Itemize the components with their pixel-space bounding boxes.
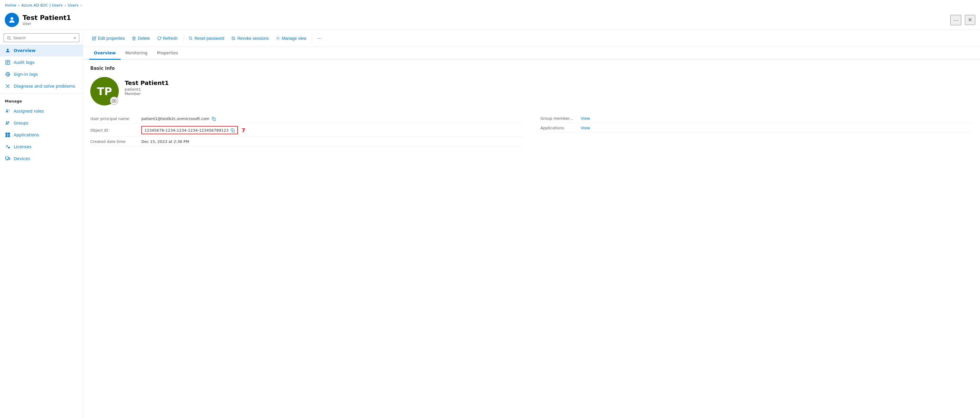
header-more-button[interactable]: ··· — [950, 15, 961, 25]
right-group-label: Group member... — [541, 116, 576, 121]
field-object-id-value: 12345678-1234-1234-1234-123456789123 7 — [142, 126, 245, 134]
signin-icon — [5, 71, 11, 77]
field-created-label: Created date time — [90, 139, 138, 144]
revoke-sessions-button[interactable]: Revoke sessions — [228, 34, 272, 43]
svg-rect-34 — [232, 130, 235, 132]
manage-view-button[interactable]: Manage view — [273, 34, 309, 43]
groups-icon — [5, 120, 11, 126]
svg-rect-33 — [213, 118, 216, 121]
search-input[interactable] — [13, 36, 71, 40]
user-profile-row: TP Test Patient1 patient1 Member — [90, 77, 973, 105]
manage-section-label: Manage — [0, 95, 83, 105]
reset-password-button[interactable]: Reset password — [186, 34, 227, 43]
sidebar-item-applications[interactable]: Applications — [0, 129, 83, 141]
page-header: Test Patient1 User ··· ✕ — [0, 10, 980, 30]
user-info: Test Patient1 patient1 Member — [125, 77, 169, 96]
sidebar-divider — [0, 93, 83, 94]
field-group-member: Group member... View — [541, 114, 973, 123]
refresh-icon — [157, 36, 161, 40]
edit-icon — [92, 36, 96, 40]
toolbar-more-button[interactable]: ··· — [315, 33, 325, 43]
svg-point-27 — [189, 37, 191, 39]
diagnose-icon — [5, 83, 11, 89]
svg-rect-15 — [6, 133, 8, 135]
sidebar-item-licenses[interactable]: Licenses — [0, 141, 83, 153]
sidebar-item-overview[interactable]: Overview — [0, 45, 83, 56]
svg-line-30 — [232, 37, 235, 39]
user-avatar: TP — [90, 77, 119, 105]
field-upn-value: patient1@testb2c.onmicrosoft.com — [142, 116, 216, 121]
overview-panel: Basic info TP Test Patient1 pat — [83, 60, 980, 152]
svg-point-13 — [6, 121, 8, 123]
sidebar-item-licenses-label: Licenses — [14, 144, 32, 149]
devices-icon — [5, 156, 11, 162]
svg-point-11 — [6, 109, 8, 111]
content-area: « Overview — [0, 30, 980, 418]
collapse-button[interactable]: « — [73, 35, 76, 40]
svg-rect-17 — [6, 135, 8, 137]
user-role: Member — [125, 91, 169, 96]
field-object-id-label: Object ID — [90, 128, 138, 132]
view-group-link[interactable]: View — [581, 116, 590, 121]
svg-point-19 — [6, 145, 8, 147]
svg-rect-16 — [8, 133, 10, 135]
svg-point-3 — [7, 49, 9, 51]
object-id-box: 12345678-1234-1234-1234-123456789123 — [142, 126, 238, 134]
edit-properties-button[interactable]: Edit properties — [89, 34, 128, 43]
camera-button[interactable] — [110, 97, 118, 105]
tab-monitoring[interactable]: Monitoring — [121, 47, 152, 60]
header-title-block: Test Patient1 User — [22, 14, 947, 26]
tabs-bar: Overview Monitoring Properties — [83, 47, 980, 60]
sidebar-item-devices[interactable]: Devices — [0, 153, 83, 164]
field-upn-label: User principal name — [90, 116, 138, 121]
breadcrumb: Home › Azure AD B2C | Users › Users › — [0, 0, 980, 10]
sidebar-item-assigned-roles[interactable]: Assigned roles — [0, 105, 83, 117]
svg-point-31 — [277, 38, 278, 39]
view-apps-link[interactable]: View — [581, 126, 590, 130]
field-applications: Applications View — [541, 123, 973, 133]
settings-icon — [276, 36, 280, 40]
sidebar-item-signin-logs[interactable]: Sign-in logs — [0, 68, 83, 80]
audit-icon — [5, 59, 11, 65]
toolbar: Edit properties Delete — [83, 30, 980, 47]
revoke-icon — [231, 36, 235, 40]
svg-rect-20 — [8, 147, 10, 148]
user-display-name: Test Patient1 — [125, 79, 169, 86]
sidebar-item-diagnose-label: Diagnose and solve problems — [14, 84, 75, 89]
left-info-section: User principal name patient1@testb2c.onm… — [90, 114, 523, 147]
svg-line-2 — [10, 39, 11, 40]
breadcrumb-users[interactable]: Users — [68, 3, 78, 8]
refresh-button[interactable]: Refresh — [154, 34, 181, 43]
roles-icon — [5, 108, 11, 114]
page-subtitle: User — [22, 21, 947, 26]
breadcrumb-aad[interactable]: Azure AD B2C | Users — [21, 3, 63, 8]
copy-upn-button[interactable] — [212, 116, 216, 121]
copy-object-id-button[interactable] — [231, 128, 235, 132]
sidebar-item-groups-label: Groups — [14, 121, 29, 125]
search-box[interactable]: « — [3, 33, 79, 42]
tab-overview[interactable]: Overview — [89, 47, 121, 60]
close-button[interactable]: ✕ — [965, 15, 975, 25]
search-icon — [7, 35, 11, 40]
svg-rect-23 — [6, 157, 9, 159]
page-title: Test Patient1 — [22, 14, 947, 21]
svg-point-1 — [8, 37, 10, 39]
svg-rect-26 — [9, 158, 10, 160]
breadcrumb-home[interactable]: Home — [5, 3, 16, 8]
delete-icon — [132, 36, 136, 40]
svg-point-0 — [10, 17, 13, 20]
delete-button[interactable]: Delete — [129, 34, 153, 43]
field-created-date: Created date time Dec 15, 2023 at 2:36 P… — [90, 137, 523, 147]
svg-rect-18 — [8, 135, 10, 137]
main-content: Edit properties Delete — [83, 30, 980, 418]
tab-properties[interactable]: Properties — [152, 47, 183, 60]
reset-password-icon — [189, 36, 193, 40]
sidebar-item-overview-label: Overview — [14, 48, 36, 53]
field-object-id: Object ID 12345678-1234-1234-1234-123456… — [90, 124, 523, 137]
licenses-icon — [5, 144, 11, 150]
field-upn: User principal name patient1@testb2c.onm… — [90, 114, 523, 124]
sidebar-item-groups[interactable]: Groups — [0, 117, 83, 129]
sidebar-item-diagnose[interactable]: Diagnose and solve problems — [0, 80, 83, 92]
sidebar-item-audit-logs[interactable]: Audit logs — [0, 56, 83, 68]
camera-icon — [112, 99, 116, 103]
